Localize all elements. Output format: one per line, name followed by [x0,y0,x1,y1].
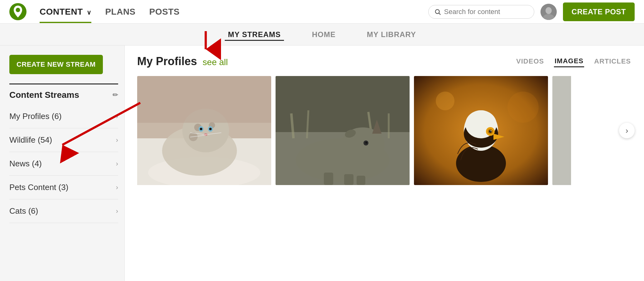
svg-point-9 [545,7,552,14]
svg-point-39 [365,142,367,144]
stream-list: My Profiles (6) › Wildlife (54) › News (… [9,105,118,223]
content-type-tabs: VIDEOS IMAGES ARTICLES [516,56,632,67]
create-post-button[interactable]: CREATE POST [563,2,635,21]
my-profiles-left: My Profiles see all [137,55,228,68]
stream-item-news[interactable]: News (4) › [9,152,118,176]
stream-item-label: Pets Content (3) [9,183,68,192]
sub-nav-home[interactable]: HOME [309,30,339,39]
image-grid: © Muhammad Osama / WWF-Pakistan ♡ ★ [137,76,632,185]
edit-pencil-icon[interactable]: ✏ [113,91,118,99]
nav-item-content[interactable]: CONTENT ∨ [33,7,98,17]
svg-rect-42 [344,174,353,185]
chevron-right-icon: › [116,207,118,215]
create-new-stream-button[interactable]: CREATE NEW STREAM [9,55,103,74]
sub-nav-my-streams[interactable]: MY STREAMS [225,30,284,39]
stream-item-label: News (4) [9,159,42,169]
svg-rect-43 [357,176,365,185]
search-icon [434,8,441,15]
image-card-eagle[interactable]: ♡ ★ ★ ★ ★ ★ [414,76,548,185]
next-arrow-button[interactable]: › [619,123,635,138]
svg-line-7 [439,13,440,15]
header-right: CREATE POST [428,2,635,21]
app-logo[interactable] [9,3,26,20]
chevron-right-icon: › [116,160,118,168]
see-all-link[interactable]: see all [203,57,228,67]
chevron-right-icon: › [116,183,118,192]
avatar-image [541,4,557,20]
image-card-rhino[interactable]: ♡ ★ ★ ★ ★ ★ [276,76,410,185]
chevron-right-icon: › [116,112,118,121]
stream-item-my-profiles[interactable]: My Profiles (6) › [9,105,118,128]
nav-item-plans[interactable]: PLANS [98,7,142,17]
main-layout: CREATE NEW STREAM Content Streams ✏ My P… [0,45,644,281]
stream-item-cats[interactable]: Cats (6) › [9,199,118,223]
stream-item-wildlife[interactable]: Wildlife (54) › [9,128,118,152]
avatar[interactable] [541,4,557,20]
sub-nav: MY STREAMS HOME MY LIBRARY [0,24,644,45]
svg-point-55 [491,131,492,131]
svg-point-45 [436,92,454,110]
chevron-right-icon: › [116,136,118,144]
svg-rect-34 [388,113,390,138]
svg-point-46 [507,92,539,123]
content-area: My Profiles see all VIDEOS IMAGES ARTICL… [125,45,644,281]
svg-rect-27 [137,76,271,123]
nav-item-posts[interactable]: POSTS [142,7,186,17]
main-nav: CONTENT ∨ PLANS POSTS [33,7,186,17]
search-box[interactable] [428,5,534,19]
stream-item-pets[interactable]: Pets Content (3) › [9,176,118,199]
sub-nav-my-library[interactable]: MY LIBRARY [364,30,419,39]
tab-videos[interactable]: VIDEOS [516,56,545,67]
stream-item-label: Cats (6) [9,206,38,216]
search-input[interactable] [444,8,528,16]
stream-item-label: Wildlife (54) [9,135,52,145]
svg-rect-41 [324,173,333,185]
svg-point-5 [16,8,20,12]
svg-point-6 [435,9,439,13]
sidebar: CREATE NEW STREAM Content Streams ✏ My P… [0,45,125,281]
content-streams-header: Content Streams ✏ [9,83,118,103]
header: CONTENT ∨ PLANS POSTS CRE [0,0,644,24]
svg-point-21 [200,128,202,130]
image-card-partial[interactable] [552,76,571,185]
chevron-down-icon: ∨ [85,9,92,16]
svg-rect-56 [552,76,571,185]
content-streams-title: Content Streams [9,90,79,100]
tab-images[interactable]: IMAGES [554,56,584,67]
svg-point-22 [209,128,212,130]
stream-item-label: My Profiles (6) [9,112,62,121]
my-profiles-header: My Profiles see all VIDEOS IMAGES ARTICL… [137,55,632,68]
my-profiles-title: My Profiles [137,55,197,68]
image-card-leopard[interactable]: © Muhammad Osama / WWF-Pakistan ♡ ★ [137,76,271,185]
tab-articles[interactable]: ARTICLES [594,56,632,67]
